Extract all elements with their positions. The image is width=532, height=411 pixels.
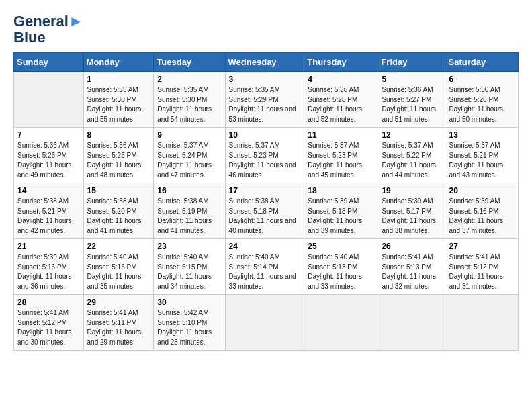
calendar-cell: 22Sunrise: 5:40 AMSunset: 5:15 PMDayligh… xyxy=(83,239,154,295)
logo: General►Blue xyxy=(13,13,83,46)
column-header-saturday: Saturday xyxy=(445,53,519,72)
day-info: Sunrise: 5:35 AMSunset: 5:30 PMDaylight:… xyxy=(87,85,150,124)
day-info: Sunrise: 5:38 AMSunset: 5:18 PMDaylight:… xyxy=(229,197,301,236)
calendar-cell: 11Sunrise: 5:37 AMSunset: 5:23 PMDayligh… xyxy=(304,128,378,183)
day-info: Sunrise: 5:37 AMSunset: 5:22 PMDaylight:… xyxy=(382,141,441,180)
day-number: 21 xyxy=(17,242,80,251)
calendar-cell: 18Sunrise: 5:39 AMSunset: 5:18 PMDayligh… xyxy=(304,183,378,239)
day-info: Sunrise: 5:41 AMSunset: 5:12 PMDaylight:… xyxy=(449,253,515,291)
day-number: 29 xyxy=(87,298,150,307)
day-number: 14 xyxy=(17,186,80,195)
calendar-cell xyxy=(445,295,519,351)
calendar-cell: 3Sunrise: 5:35 AMSunset: 5:29 PMDaylight… xyxy=(225,72,304,128)
day-number: 6 xyxy=(449,75,515,84)
day-info: Sunrise: 5:36 AMSunset: 5:27 PMDaylight:… xyxy=(382,85,441,124)
calendar-cell: 4Sunrise: 5:36 AMSunset: 5:28 PMDaylight… xyxy=(304,72,378,128)
calendar-cell xyxy=(378,295,445,351)
calendar-cell xyxy=(14,72,84,128)
day-number: 10 xyxy=(229,130,301,140)
day-info: Sunrise: 5:42 AMSunset: 5:10 PMDaylight:… xyxy=(157,308,221,347)
day-info: Sunrise: 5:38 AMSunset: 5:21 PMDaylight:… xyxy=(17,197,80,236)
calendar-cell: 28Sunrise: 5:41 AMSunset: 5:12 PMDayligh… xyxy=(14,295,84,351)
day-info: Sunrise: 5:39 AMSunset: 5:17 PMDaylight:… xyxy=(382,197,441,236)
calendar-header-row: SundayMondayTuesdayWednesdayThursdayFrid… xyxy=(14,53,519,72)
day-info: Sunrise: 5:40 AMSunset: 5:14 PMDaylight:… xyxy=(229,253,301,291)
calendar-cell: 25Sunrise: 5:40 AMSunset: 5:13 PMDayligh… xyxy=(304,239,378,295)
day-info: Sunrise: 5:40 AMSunset: 5:15 PMDaylight:… xyxy=(87,253,150,291)
day-number: 2 xyxy=(157,75,221,84)
day-info: Sunrise: 5:41 AMSunset: 5:11 PMDaylight:… xyxy=(87,308,150,347)
day-number: 3 xyxy=(229,75,301,84)
day-info: Sunrise: 5:36 AMSunset: 5:26 PMDaylight:… xyxy=(449,85,515,124)
calendar-cell: 13Sunrise: 5:37 AMSunset: 5:21 PMDayligh… xyxy=(445,128,519,183)
calendar-week-1: 1Sunrise: 5:35 AMSunset: 5:30 PMDaylight… xyxy=(14,72,519,128)
day-number: 11 xyxy=(308,130,374,140)
day-info: Sunrise: 5:35 AMSunset: 5:29 PMDaylight:… xyxy=(229,85,301,124)
column-header-wednesday: Wednesday xyxy=(225,53,304,72)
calendar-cell: 15Sunrise: 5:38 AMSunset: 5:20 PMDayligh… xyxy=(83,183,154,239)
day-info: Sunrise: 5:37 AMSunset: 5:24 PMDaylight:… xyxy=(157,141,221,180)
day-number: 25 xyxy=(308,242,374,251)
day-number: 1 xyxy=(87,75,150,84)
calendar-cell: 1Sunrise: 5:35 AMSunset: 5:30 PMDaylight… xyxy=(83,72,154,128)
calendar-week-2: 7Sunrise: 5:36 AMSunset: 5:26 PMDaylight… xyxy=(14,128,519,183)
column-header-sunday: Sunday xyxy=(14,53,84,72)
day-info: Sunrise: 5:37 AMSunset: 5:21 PMDaylight:… xyxy=(449,141,515,180)
day-number: 30 xyxy=(157,298,221,307)
calendar-cell: 5Sunrise: 5:36 AMSunset: 5:27 PMDaylight… xyxy=(378,72,445,128)
calendar-cell: 9Sunrise: 5:37 AMSunset: 5:24 PMDaylight… xyxy=(154,128,225,183)
calendar-cell: 23Sunrise: 5:40 AMSunset: 5:15 PMDayligh… xyxy=(154,239,225,295)
calendar-cell: 10Sunrise: 5:37 AMSunset: 5:23 PMDayligh… xyxy=(225,128,304,183)
calendar-week-3: 14Sunrise: 5:38 AMSunset: 5:21 PMDayligh… xyxy=(14,183,519,239)
day-number: 4 xyxy=(308,75,374,84)
calendar-week-5: 28Sunrise: 5:41 AMSunset: 5:12 PMDayligh… xyxy=(14,295,519,351)
calendar-cell: 21Sunrise: 5:39 AMSunset: 5:16 PMDayligh… xyxy=(14,239,84,295)
calendar-cell: 14Sunrise: 5:38 AMSunset: 5:21 PMDayligh… xyxy=(14,183,84,239)
calendar-cell: 30Sunrise: 5:42 AMSunset: 5:10 PMDayligh… xyxy=(154,295,225,351)
day-number: 16 xyxy=(157,186,221,195)
calendar-cell: 20Sunrise: 5:39 AMSunset: 5:16 PMDayligh… xyxy=(445,183,519,239)
day-number: 26 xyxy=(382,242,441,251)
day-info: Sunrise: 5:36 AMSunset: 5:28 PMDaylight:… xyxy=(308,85,374,124)
day-number: 23 xyxy=(157,242,221,251)
day-number: 24 xyxy=(229,242,301,251)
calendar-cell: 12Sunrise: 5:37 AMSunset: 5:22 PMDayligh… xyxy=(378,128,445,183)
column-header-friday: Friday xyxy=(378,53,445,72)
day-info: Sunrise: 5:36 AMSunset: 5:26 PMDaylight:… xyxy=(17,141,80,180)
day-number: 5 xyxy=(382,75,441,84)
day-number: 13 xyxy=(449,130,515,140)
day-info: Sunrise: 5:38 AMSunset: 5:19 PMDaylight:… xyxy=(157,197,221,236)
calendar-cell: 16Sunrise: 5:38 AMSunset: 5:19 PMDayligh… xyxy=(154,183,225,239)
logo-text: General►Blue xyxy=(13,13,83,46)
day-info: Sunrise: 5:37 AMSunset: 5:23 PMDaylight:… xyxy=(229,141,301,180)
calendar-cell: 17Sunrise: 5:38 AMSunset: 5:18 PMDayligh… xyxy=(225,183,304,239)
calendar-table: SundayMondayTuesdayWednesdayThursdayFrid… xyxy=(13,52,519,351)
day-info: Sunrise: 5:41 AMSunset: 5:12 PMDaylight:… xyxy=(17,308,80,347)
calendar-cell: 8Sunrise: 5:36 AMSunset: 5:25 PMDaylight… xyxy=(83,128,154,183)
calendar-cell: 29Sunrise: 5:41 AMSunset: 5:11 PMDayligh… xyxy=(83,295,154,351)
day-info: Sunrise: 5:35 AMSunset: 5:30 PMDaylight:… xyxy=(157,85,221,124)
calendar-cell: 24Sunrise: 5:40 AMSunset: 5:14 PMDayligh… xyxy=(225,239,304,295)
day-number: 22 xyxy=(87,242,150,251)
calendar-cell: 6Sunrise: 5:36 AMSunset: 5:26 PMDaylight… xyxy=(445,72,519,128)
day-info: Sunrise: 5:40 AMSunset: 5:15 PMDaylight:… xyxy=(157,253,221,291)
day-number: 17 xyxy=(229,186,301,195)
day-number: 15 xyxy=(87,186,150,195)
day-info: Sunrise: 5:39 AMSunset: 5:16 PMDaylight:… xyxy=(449,197,515,236)
day-number: 20 xyxy=(449,186,515,195)
day-info: Sunrise: 5:38 AMSunset: 5:20 PMDaylight:… xyxy=(87,197,150,236)
calendar-cell: 27Sunrise: 5:41 AMSunset: 5:12 PMDayligh… xyxy=(445,239,519,295)
calendar-cell: 2Sunrise: 5:35 AMSunset: 5:30 PMDaylight… xyxy=(154,72,225,128)
day-info: Sunrise: 5:37 AMSunset: 5:23 PMDaylight:… xyxy=(308,141,374,180)
day-info: Sunrise: 5:39 AMSunset: 5:16 PMDaylight:… xyxy=(17,253,80,291)
day-info: Sunrise: 5:36 AMSunset: 5:25 PMDaylight:… xyxy=(87,141,150,180)
calendar-cell: 19Sunrise: 5:39 AMSunset: 5:17 PMDayligh… xyxy=(378,183,445,239)
column-header-thursday: Thursday xyxy=(304,53,378,72)
calendar-week-4: 21Sunrise: 5:39 AMSunset: 5:16 PMDayligh… xyxy=(14,239,519,295)
page-header: General►Blue xyxy=(13,13,519,46)
day-number: 12 xyxy=(382,130,441,140)
day-number: 7 xyxy=(17,130,80,140)
calendar-cell: 26Sunrise: 5:41 AMSunset: 5:13 PMDayligh… xyxy=(378,239,445,295)
calendar-cell xyxy=(225,295,304,351)
day-info: Sunrise: 5:40 AMSunset: 5:13 PMDaylight:… xyxy=(308,253,374,291)
